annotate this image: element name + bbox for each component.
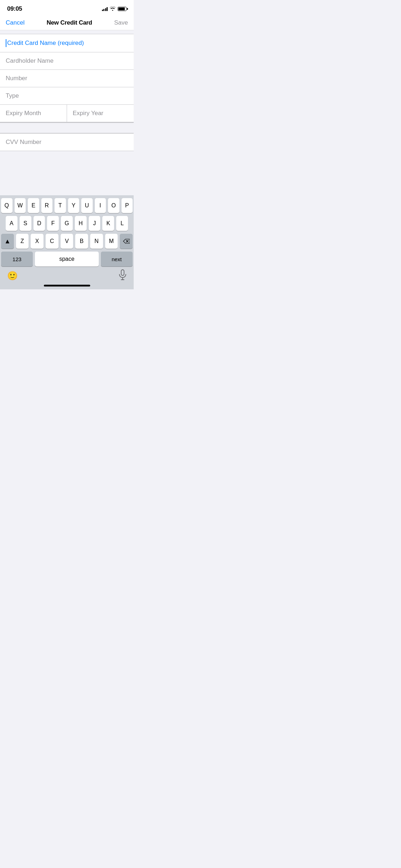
cvv-input[interactable] bbox=[6, 139, 128, 146]
keyboard-row-3: ▲ Z X C V B N M bbox=[0, 231, 134, 249]
key-b[interactable]: B bbox=[75, 234, 88, 249]
credit-card-name-field[interactable] bbox=[0, 34, 134, 52]
shift-key[interactable]: ▲ bbox=[1, 234, 14, 249]
form-group-main bbox=[0, 34, 134, 123]
mic-icon[interactable] bbox=[119, 269, 127, 282]
card-type-input[interactable] bbox=[6, 92, 128, 99]
key-l[interactable]: L bbox=[116, 216, 128, 231]
keyboard-bottom-row: 123 space next bbox=[0, 249, 134, 268]
key-s[interactable]: S bbox=[20, 216, 31, 231]
status-bar: 09:05 bbox=[0, 0, 134, 16]
emoji-icon[interactable]: 🙂 bbox=[7, 271, 18, 281]
keyboard-row-2: A S D F G H J K L bbox=[0, 213, 134, 231]
key-r[interactable]: R bbox=[41, 198, 53, 213]
key-g[interactable]: G bbox=[61, 216, 73, 231]
expiry-row bbox=[0, 105, 134, 122]
key-o[interactable]: O bbox=[108, 198, 119, 213]
key-m[interactable]: M bbox=[105, 234, 118, 249]
cvv-field[interactable] bbox=[0, 134, 134, 151]
nav-bar: Cancel New Credit Card Save bbox=[0, 16, 134, 30]
save-button[interactable]: Save bbox=[114, 19, 128, 26]
next-key[interactable]: next bbox=[101, 252, 133, 267]
key-y[interactable]: Y bbox=[68, 198, 79, 213]
key-e[interactable]: E bbox=[28, 198, 39, 213]
key-w[interactable]: W bbox=[15, 198, 26, 213]
key-k[interactable]: K bbox=[102, 216, 114, 231]
svg-rect-2 bbox=[121, 270, 124, 275]
cardholder-name-field[interactable] bbox=[0, 52, 134, 70]
page-title: New Credit Card bbox=[47, 19, 92, 26]
key-u[interactable]: U bbox=[81, 198, 93, 213]
cardholder-name-input[interactable] bbox=[6, 57, 128, 64]
wifi-icon bbox=[110, 6, 115, 12]
keyboard-row-1: Q W E R T Y U I O P bbox=[0, 195, 134, 213]
key-j[interactable]: J bbox=[89, 216, 101, 231]
delete-key[interactable] bbox=[120, 234, 133, 249]
space-key[interactable]: space bbox=[35, 252, 99, 267]
form-section bbox=[0, 30, 134, 151]
key-i[interactable]: I bbox=[95, 198, 106, 213]
battery-icon bbox=[118, 7, 127, 11]
cancel-button[interactable]: Cancel bbox=[6, 19, 25, 26]
signal-icon bbox=[102, 7, 108, 11]
card-number-input[interactable] bbox=[6, 75, 128, 82]
expiry-month-field[interactable] bbox=[0, 105, 67, 122]
numbers-key[interactable]: 123 bbox=[1, 252, 33, 267]
card-type-field[interactable] bbox=[0, 87, 134, 105]
credit-card-name-input[interactable] bbox=[7, 40, 128, 47]
key-d[interactable]: D bbox=[34, 216, 45, 231]
key-q[interactable]: Q bbox=[1, 198, 12, 213]
key-x[interactable]: X bbox=[31, 234, 43, 249]
key-z[interactable]: Z bbox=[16, 234, 29, 249]
key-h[interactable]: H bbox=[75, 216, 87, 231]
expiry-month-input[interactable] bbox=[6, 110, 61, 117]
home-indicator bbox=[44, 285, 90, 286]
card-number-field[interactable] bbox=[0, 70, 134, 87]
key-n[interactable]: N bbox=[90, 234, 103, 249]
key-v[interactable]: V bbox=[61, 234, 73, 249]
expiry-year-input[interactable] bbox=[73, 110, 128, 117]
key-f[interactable]: F bbox=[47, 216, 59, 231]
key-c[interactable]: C bbox=[46, 234, 58, 249]
status-time: 09:05 bbox=[7, 5, 22, 12]
section-gap bbox=[0, 123, 134, 133]
cvv-section bbox=[0, 133, 134, 151]
cursor bbox=[6, 39, 6, 47]
expiry-year-field[interactable] bbox=[67, 105, 134, 122]
keyboard-icons-row: 🙂 bbox=[0, 268, 134, 285]
key-t[interactable]: T bbox=[55, 198, 66, 213]
key-a[interactable]: A bbox=[6, 216, 17, 231]
keyboard: Q W E R T Y U I O P A S D F G H J K L ▲ … bbox=[0, 195, 134, 289]
key-p[interactable]: P bbox=[122, 198, 133, 213]
status-icons bbox=[102, 6, 127, 12]
